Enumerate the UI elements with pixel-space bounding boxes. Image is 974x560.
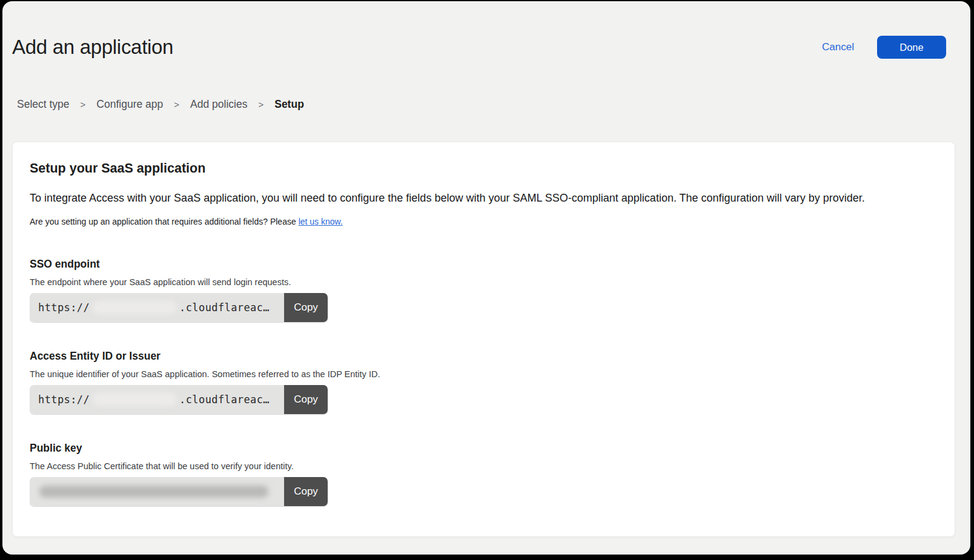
breadcrumb-separator: > xyxy=(81,99,86,110)
breadcrumb-separator: > xyxy=(258,99,263,110)
field-description: The unique identifier of your SaaS appli… xyxy=(30,369,936,380)
copy-sso-endpoint-button[interactable]: Copy xyxy=(284,293,328,322)
card-note: Are you setting up an application that r… xyxy=(30,216,936,227)
public-key-section: Public key The Access Public Certificate… xyxy=(30,441,936,506)
app-window: Add an application Cancel Done Select ty… xyxy=(2,1,970,555)
redacted-value xyxy=(93,301,176,314)
page-title: Add an application xyxy=(12,35,173,59)
let-us-know-link[interactable]: let us know. xyxy=(299,217,343,226)
breadcrumb-step-add-policies[interactable]: Add policies xyxy=(190,98,247,111)
redacted-value xyxy=(93,393,176,406)
breadcrumb: Select type > Configure app > Add polici… xyxy=(17,98,970,111)
sso-endpoint-section: SSO endpoint The endpoint where your Saa… xyxy=(30,257,936,322)
breadcrumb-step-select-type[interactable]: Select type xyxy=(17,98,70,111)
entity-id-section: Access Entity ID or Issuer The unique id… xyxy=(30,349,936,414)
sso-endpoint-field-row: https:// .cloudflareac… Copy xyxy=(30,293,328,322)
note-text: Are you setting up an application that r… xyxy=(30,217,299,226)
sso-endpoint-value[interactable]: https:// .cloudflareac… xyxy=(30,293,284,322)
breadcrumb-step-configure-app[interactable]: Configure app xyxy=(96,98,163,111)
setup-card: Setup your SaaS application To integrate… xyxy=(12,142,955,537)
field-label: SSO endpoint xyxy=(30,257,936,271)
entity-id-value[interactable]: https:// .cloudflareac… xyxy=(30,385,284,414)
field-label: Public key xyxy=(30,441,936,455)
entity-id-field-row: https:// .cloudflareac… Copy xyxy=(30,385,328,414)
public-key-field-row: Copy xyxy=(30,477,328,506)
field-description: The endpoint where your SaaS application… xyxy=(30,277,936,288)
field-description: The Access Public Certificate that will … xyxy=(30,461,936,472)
value-suffix: .cloudflareac… xyxy=(179,394,270,406)
breadcrumb-separator: > xyxy=(174,99,179,110)
breadcrumb-step-setup: Setup xyxy=(274,98,304,111)
copy-entity-id-button[interactable]: Copy xyxy=(284,385,328,414)
field-label: Access Entity ID or Issuer xyxy=(30,349,936,363)
page-header: Add an application Cancel Done xyxy=(12,35,946,59)
public-key-value[interactable] xyxy=(30,477,284,506)
value-prefix: https:// xyxy=(38,394,90,406)
copy-public-key-button[interactable]: Copy xyxy=(284,477,328,506)
value-prefix: https:// xyxy=(38,301,90,314)
redacted-value xyxy=(39,486,268,498)
card-title: Setup your SaaS application xyxy=(30,160,936,176)
card-intro-text: To integrate Access with your SaaS appli… xyxy=(30,191,936,205)
value-suffix: .cloudflareac… xyxy=(179,301,270,314)
done-button[interactable]: Done xyxy=(877,36,946,59)
cancel-button[interactable]: Cancel xyxy=(822,41,854,53)
header-actions: Cancel Done xyxy=(822,36,946,59)
